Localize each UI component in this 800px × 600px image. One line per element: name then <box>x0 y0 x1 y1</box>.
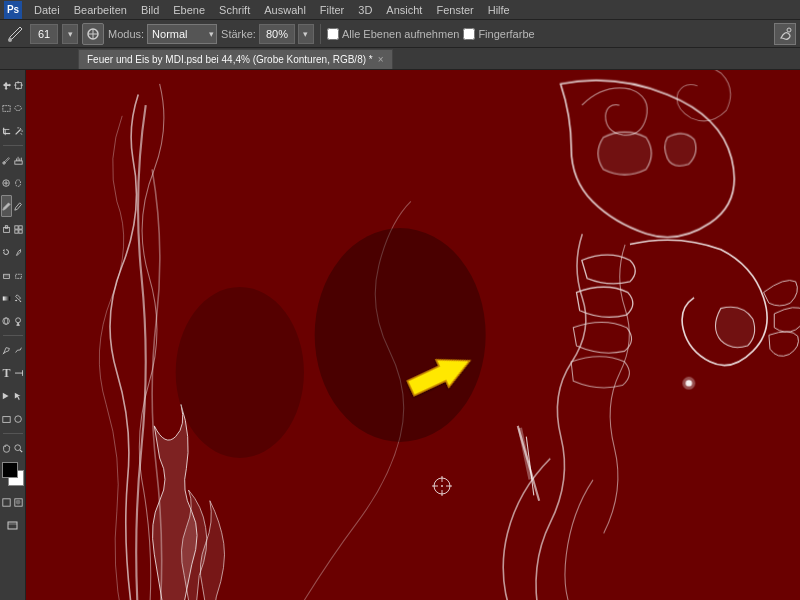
svg-rect-61 <box>8 522 17 529</box>
svg-marker-41 <box>3 248 5 251</box>
freeform-pen-tool[interactable] <box>13 339 24 361</box>
brush-preset-icon[interactable] <box>82 23 104 45</box>
menu-bearbeiten[interactable]: Bearbeiten <box>68 0 133 20</box>
strength-value[interactable]: 80% <box>259 24 295 44</box>
crop-pair <box>1 120 24 142</box>
svg-point-60 <box>16 499 21 504</box>
menu-datei[interactable]: Datei <box>28 0 66 20</box>
magic-eraser-tool[interactable] <box>13 264 24 286</box>
pencil-tool[interactable] <box>13 195 24 217</box>
crop-tool[interactable] <box>1 120 12 142</box>
marquee-pair <box>1 97 24 119</box>
tab-close-button[interactable]: × <box>378 54 384 65</box>
gradient-pair <box>1 287 24 309</box>
menu-fenster[interactable]: Fenster <box>430 0 479 20</box>
ellipse-tool[interactable] <box>13 408 24 430</box>
svg-line-18 <box>16 129 21 134</box>
main-area: T T <box>0 70 800 600</box>
all-layers-group: Alle Ebenen aufnehmen <box>327 28 459 40</box>
direct-select-tool[interactable] <box>13 385 24 407</box>
svg-rect-42 <box>4 274 10 278</box>
blur-tool[interactable] <box>1 310 12 332</box>
path-select-tool[interactable] <box>1 385 12 407</box>
svg-rect-39 <box>15 229 18 232</box>
vertical-text-tool[interactable]: T <box>13 362 24 384</box>
menu-hilfe[interactable]: Hilfe <box>482 0 516 20</box>
color-swatches[interactable] <box>0 462 26 488</box>
lasso-tool[interactable] <box>13 97 24 119</box>
all-layers-label: Alle Ebenen aufnehmen <box>342 28 459 40</box>
svg-point-69 <box>315 228 486 442</box>
color-sample-tool[interactable] <box>13 149 24 171</box>
svg-line-57 <box>20 450 22 452</box>
paint-bucket-tool[interactable] <box>13 287 24 309</box>
svg-marker-33 <box>15 202 22 209</box>
strength-dropdown[interactable]: ▾ <box>298 24 314 44</box>
mode-select-wrapper[interactable]: Normal <box>147 24 217 44</box>
artwork-svg <box>26 70 800 600</box>
screen-mode-tool[interactable] <box>2 514 24 536</box>
art-history-brush-tool[interactable] <box>13 241 24 263</box>
svg-rect-37 <box>15 225 18 228</box>
menu-ebene[interactable]: Ebene <box>167 0 211 20</box>
document-tab[interactable]: Feuer und Eis by MDI.psd bei 44,4% (Grob… <box>78 49 393 69</box>
patch-tool[interactable] <box>13 172 24 194</box>
text-tool[interactable]: T <box>1 362 12 384</box>
foreground-color-swatch[interactable] <box>2 462 18 478</box>
path-pair <box>1 385 24 407</box>
toolbar: T T <box>0 70 26 600</box>
artboard-tool[interactable] <box>13 74 24 96</box>
menu-bild[interactable]: Bild <box>135 0 165 20</box>
gradient-tool[interactable] <box>1 287 12 309</box>
menu-auswahl[interactable]: Auswahl <box>258 0 312 20</box>
finger-group: Fingerfarbe <box>463 28 534 40</box>
all-layers-checkbox[interactable] <box>327 28 339 40</box>
pen-pair <box>1 339 24 361</box>
brush-tool-icon <box>4 23 26 45</box>
svg-rect-35 <box>5 225 7 227</box>
pen-tool[interactable] <box>1 339 12 361</box>
history-brush-tool[interactable] <box>1 241 12 263</box>
svg-point-70 <box>176 287 304 458</box>
svg-rect-54 <box>3 416 10 422</box>
move-tool[interactable] <box>1 74 12 96</box>
finger-checkbox[interactable] <box>463 28 475 40</box>
clone-stamp-tool[interactable] <box>1 218 12 240</box>
svg-point-4 <box>787 28 791 32</box>
menu-3d[interactable]: 3D <box>352 0 378 20</box>
quick-mask-mode[interactable] <box>13 491 24 513</box>
magic-wand-tool[interactable] <box>13 120 24 142</box>
eraser-tool[interactable] <box>1 264 12 286</box>
zoom-tool[interactable] <box>13 437 24 459</box>
menu-ansicht[interactable]: Ansicht <box>380 0 428 20</box>
svg-point-0 <box>8 38 12 42</box>
eyedropper-tool[interactable] <box>1 149 12 171</box>
brush-size-value[interactable]: 61 <box>30 24 58 44</box>
brush-size-dropdown[interactable]: ▾ <box>62 24 78 44</box>
shape-pair <box>1 408 24 430</box>
finger-label: Fingerfarbe <box>478 28 534 40</box>
rectangle-tool[interactable] <box>1 408 12 430</box>
hand-tool[interactable] <box>1 437 12 459</box>
menu-filter[interactable]: Filter <box>314 0 350 20</box>
svg-point-68 <box>682 377 695 390</box>
eyedropper-pair <box>1 149 24 171</box>
healing-brush-tool[interactable] <box>1 172 12 194</box>
pattern-stamp-tool[interactable] <box>13 218 24 240</box>
dodge-tool[interactable] <box>13 310 24 332</box>
stamp-pair <box>1 218 24 240</box>
pressure-button[interactable] <box>774 23 796 45</box>
menu-schrift[interactable]: Schrift <box>213 0 256 20</box>
mode-select[interactable]: Normal <box>147 24 217 44</box>
brush-tool[interactable] <box>1 195 12 217</box>
svg-point-55 <box>15 415 22 422</box>
rectangular-marquee-tool[interactable] <box>1 97 12 119</box>
svg-point-46 <box>3 317 10 324</box>
tabbar: Feuer und Eis by MDI.psd bei 44,4% (Grob… <box>0 48 800 70</box>
svg-rect-45 <box>3 296 10 300</box>
sep2 <box>3 335 23 336</box>
svg-point-47 <box>4 317 7 324</box>
standard-mode[interactable] <box>1 491 12 513</box>
optionsbar: 61 ▾ Modus: Normal Stärke: 80% ▾ Alle Eb… <box>0 20 800 48</box>
move-lasso-pair <box>1 74 24 96</box>
